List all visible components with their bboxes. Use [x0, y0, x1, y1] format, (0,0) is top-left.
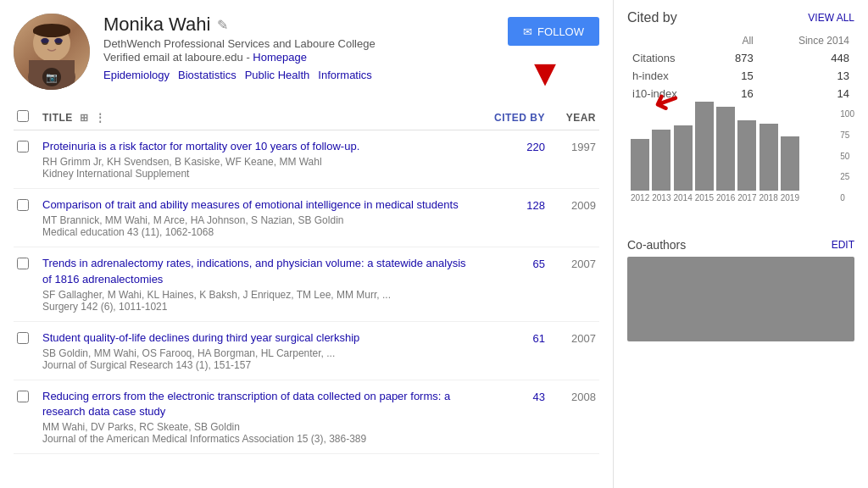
paper-year: 2009 — [545, 197, 596, 212]
table-row: Trends in adrenalectomy rates, indicatio… — [14, 247, 599, 321]
table-row: Proteinuria is a risk factor for mortali… — [14, 130, 599, 189]
paper-cited-count[interactable]: 61 — [469, 330, 545, 345]
chart-bar — [760, 124, 778, 191]
coauthors-title: Co-authors — [627, 238, 686, 252]
chart-bar — [674, 125, 693, 191]
chart-bar-label: 2018 — [760, 193, 778, 202]
paper-year: 2007 — [545, 256, 596, 270]
paper-checkbox[interactable] — [17, 139, 42, 155]
left-panel: 📷 Monika Wahi ✎ DethWench Professional S… — [0, 0, 614, 488]
paper-cited-count[interactable]: 128 — [469, 197, 545, 212]
paper-content: Trends in adrenalectomy rates, indicatio… — [42, 256, 469, 312]
view-all-link[interactable]: VIEW ALL — [808, 12, 854, 24]
paper-authors: MM Wahi, DV Parks, RC Skeate, SB Goldin — [42, 421, 469, 433]
chart-bar — [631, 139, 649, 191]
chart-area: ➜ 2012 2013 2014 2015 2016 2017 2018 201… — [627, 109, 854, 228]
profile-name: Monika Wahi — [103, 14, 210, 36]
chart-bar-label: 2016 — [716, 193, 735, 202]
profile-tags: Epidemiology Biostatistics Public Health… — [103, 69, 491, 81]
paper-authors: MT Brannick, MM Wahi, M Arce, HA Johnson… — [42, 214, 469, 226]
svg-point-6 — [41, 38, 49, 43]
tag-epidemiology[interactable]: Epidemiology — [103, 69, 170, 81]
table-options-icon[interactable]: ⋮ — [95, 112, 106, 124]
table-header: TITLE ⊞ ⋮ CITED BY YEAR — [14, 105, 599, 130]
paper-authors: SB Goldin, MM Wahi, OS Farooq, HA Borgma… — [42, 347, 469, 359]
chart-bar — [695, 102, 714, 191]
tag-biostatistics[interactable]: Biostatistics — [178, 69, 236, 81]
paper-title[interactable]: Reducing errors from the electronic tran… — [42, 389, 469, 419]
profile-info: Monika Wahi ✎ DethWench Professional Ser… — [103, 14, 491, 81]
camera-icon[interactable]: 📷 — [42, 68, 61, 86]
chart-bar-group: 2019 — [781, 136, 799, 202]
coauthors-header: Co-authors EDIT — [627, 238, 854, 252]
paper-title[interactable]: Student quality-of-life declines during … — [42, 330, 469, 346]
stats-row: Citations 873 448 — [627, 49, 854, 67]
paper-checkbox[interactable] — [17, 256, 42, 272]
profile-section: 📷 Monika Wahi ✎ DethWench Professional S… — [14, 14, 599, 92]
chart-bar-label: 2017 — [737, 193, 756, 202]
stat-since2014: 13 — [759, 67, 854, 85]
paper-title[interactable]: Trends in adrenalectomy rates, indicatio… — [42, 256, 469, 286]
paper-content: Proteinuria is a risk factor for mortali… — [42, 139, 469, 180]
red-down-arrow: ▼ — [526, 54, 564, 92]
paper-authors: RH Grimm Jr, KH Svendsen, B Kasiske, WF … — [42, 156, 469, 168]
avatar[interactable]: 📷 — [14, 14, 90, 90]
edit-profile-icon[interactable]: ✎ — [217, 17, 228, 33]
chart-bar-label: 2015 — [695, 193, 714, 202]
paper-checkbox[interactable] — [17, 330, 42, 347]
chart-bar — [652, 130, 670, 191]
cited-by-header: Cited by VIEW ALL — [627, 10, 854, 25]
paper-content: Comparison of trait and ability measures… — [42, 197, 469, 238]
paper-checkbox[interactable] — [17, 389, 42, 405]
paper-content: Student quality-of-life declines during … — [42, 330, 469, 371]
table-row: Student quality-of-life declines during … — [14, 322, 599, 380]
table-row: Comparison of trait and ability measures… — [14, 189, 599, 247]
follow-button[interactable]: ✉ FOLLOW — [508, 17, 599, 46]
stat-since2014: 14 — [759, 85, 854, 103]
homepage-link[interactable]: Homepage — [253, 51, 307, 64]
chart-bar-group: 2013 — [652, 130, 670, 202]
paper-authors: SF Gallagher, M Wahi, KL Haines, K Baksh… — [42, 289, 469, 301]
papers-list: Proteinuria is a risk factor for mortali… — [14, 130, 599, 454]
paper-cited-count[interactable]: 43 — [469, 389, 545, 403]
chart-bar-label: 2012 — [631, 193, 649, 202]
chart-bar-label: 2019 — [781, 193, 799, 202]
paper-journal: Surgery 142 (6), 1011-1021 — [42, 301, 469, 313]
stats-col-label — [627, 32, 714, 49]
table-row: Reducing errors from the electronic tran… — [14, 380, 599, 454]
tag-public-health[interactable]: Public Health — [245, 69, 310, 81]
stats-row: h-index 15 13 — [627, 67, 854, 85]
coauthors-edit-link[interactable]: EDIT — [832, 239, 854, 251]
paper-title[interactable]: Proteinuria is a risk factor for mortali… — [42, 139, 469, 154]
paper-cited-count[interactable]: 65 — [469, 256, 545, 270]
profile-org: DethWench Professional Services and Labo… — [103, 37, 491, 50]
right-panel: Cited by VIEW ALL All Since 2014 Citatio… — [614, 0, 868, 488]
chart-bar-group: 2017 — [737, 120, 756, 202]
chart-bar — [781, 136, 799, 191]
paper-cited-count[interactable]: 220 — [469, 139, 545, 153]
table-sort-icon[interactable]: ⊞ — [80, 112, 89, 124]
th-cited: CITED BY — [469, 112, 545, 124]
paper-title[interactable]: Comparison of trait and ability measures… — [42, 197, 469, 213]
select-all-checkbox[interactable] — [17, 110, 29, 122]
chart-bar-group: 2015 — [695, 102, 714, 202]
stat-all: 873 — [714, 49, 759, 67]
papers-table: TITLE ⊞ ⋮ CITED BY YEAR Proteinuria is a… — [14, 105, 599, 454]
chart-bar-group: 2014 — [674, 125, 693, 202]
coauthors-section: Co-authors EDIT — [627, 238, 854, 341]
paper-journal: Medical education 43 (11), 1062-1068 — [42, 226, 469, 238]
paper-year: 2008 — [545, 389, 596, 403]
chart-bar-group: 2012 — [631, 139, 649, 202]
paper-year: 2007 — [545, 330, 596, 345]
paper-checkbox[interactable] — [17, 197, 42, 214]
profile-name-row: Monika Wahi ✎ — [103, 14, 491, 36]
th-title: TITLE ⊞ ⋮ — [42, 112, 469, 124]
tag-informatics[interactable]: Informatics — [318, 69, 372, 81]
th-year: YEAR — [545, 112, 596, 124]
svg-rect-9 — [33, 29, 70, 34]
cited-by-title: Cited by — [627, 10, 677, 25]
chart-bar-group: 2018 — [760, 124, 778, 202]
stat-all: 16 — [714, 85, 759, 103]
stats-col-all: All — [714, 32, 759, 49]
chart-bar — [716, 107, 735, 191]
